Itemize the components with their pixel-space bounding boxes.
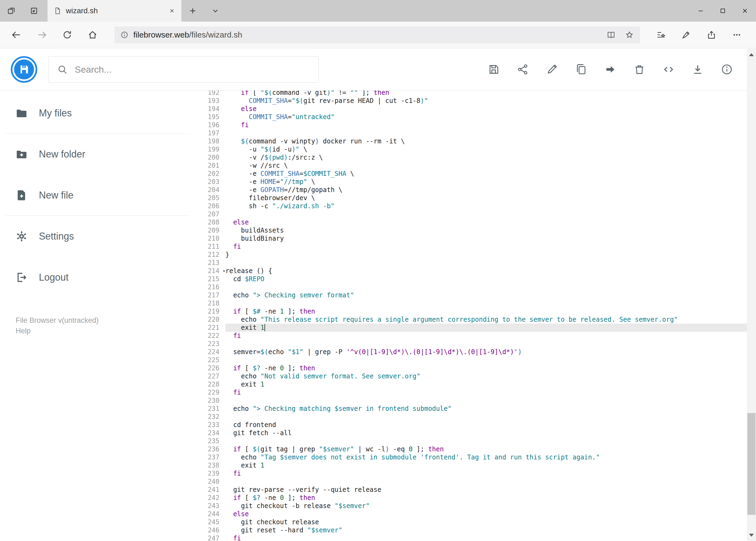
code-line[interactable]: 199 -u "$(id -u)" \: [195, 145, 756, 154]
code-text[interactable]: if [ $? -ne 0 ]; then: [225, 494, 756, 502]
code-text[interactable]: echo "> Checking matching $semver in fro…: [225, 405, 756, 413]
code-line[interactable]: 234 git fetch --all: [195, 429, 756, 437]
code-text[interactable]: buildAssets: [225, 226, 756, 235]
code-line[interactable]: 229 fi: [195, 388, 756, 396]
sidebar-item-my-files[interactable]: My files: [0, 98, 195, 128]
code-text[interactable]: fi: [225, 469, 756, 477]
code-text[interactable]: buildBinary: [225, 235, 756, 243]
forward-icon[interactable]: [29, 25, 55, 45]
code-line[interactable]: 192 if [ "$(command -v git)" != "" ]; th…: [195, 91, 756, 97]
code-text[interactable]: git checkout release: [225, 518, 756, 526]
code-text[interactable]: fi: [225, 332, 756, 340]
code-text[interactable]: -v /$(pwd):/src:z \: [225, 154, 756, 162]
code-text[interactable]: [225, 259, 756, 267]
code-line[interactable]: 233 cd frontend: [195, 421, 756, 429]
code-line[interactable]: 198 $(command -v winpty) docker run --rm…: [195, 137, 756, 145]
code-line[interactable]: 209 buildAssets: [195, 226, 756, 235]
code-line[interactable]: 218: [195, 299, 756, 307]
reading-view-icon[interactable]: [607, 30, 616, 39]
code-line[interactable]: 245 git checkout release: [195, 518, 756, 526]
code-line[interactable]: 219 if [ $# -ne 1 ]; then: [195, 307, 756, 315]
tabs-aside-icon[interactable]: [0, 0, 23, 22]
code-line[interactable]: 242 if [ $? -ne 0 ]; then: [195, 494, 756, 502]
code-text[interactable]: release () {: [225, 267, 756, 275]
code-line[interactable]: 210 buildBinary: [195, 235, 756, 243]
code-line[interactable]: 236 if [ $(git tag | grep "$semver" | wc…: [195, 445, 756, 453]
code-line[interactable]: 202 -e COMMIT_SHA=$COMMIT_SHA \: [195, 170, 756, 178]
code-line[interactable]: 238 exit 1: [195, 461, 756, 469]
code-line[interactable]: 230: [195, 396, 756, 405]
code-line[interactable]: 222 fi: [195, 332, 756, 340]
code-line[interactable]: 246 git reset --hard "$semver": [195, 526, 756, 534]
code-line[interactable]: 235: [195, 437, 756, 445]
code-text[interactable]: [225, 283, 756, 291]
code-line[interactable]: 206 sh -c "./wizard.sh -b": [195, 202, 756, 210]
copy-icon[interactable]: [570, 58, 593, 81]
code-text[interactable]: fi: [225, 388, 756, 396]
code-line[interactable]: 231 echo "> Checking matching $semver in…: [195, 405, 756, 413]
code-text[interactable]: git rev-parse --verify --quiet release: [225, 486, 756, 494]
code-text[interactable]: exit 1: [225, 461, 756, 469]
sidebar-item-logout[interactable]: Logout: [0, 262, 195, 292]
code-text[interactable]: [225, 437, 756, 445]
code-text[interactable]: else: [225, 105, 756, 113]
page-scrollbar[interactable]: [747, 49, 756, 541]
code-text[interactable]: }: [225, 251, 756, 259]
code-line[interactable]: 228 exit 1: [195, 380, 756, 388]
code-line[interactable]: 200 -v /$(pwd):/src:z \: [195, 154, 756, 162]
code-editor[interactable]: 192 if [ "$(command -v git)" != "" ]; th…: [195, 91, 756, 541]
code-line[interactable]: 212}: [195, 251, 756, 259]
code-text[interactable]: else: [225, 510, 756, 518]
code-line[interactable]: 247 fi: [195, 534, 756, 541]
code-line[interactable]: 205 filebrowser/dev \: [195, 194, 756, 202]
fold-arrow-icon[interactable]: ▾: [223, 267, 225, 275]
minimize-icon[interactable]: [690, 0, 712, 22]
set-tabs-aside-icon[interactable]: [23, 0, 45, 22]
code-line[interactable]: 196 fi: [195, 121, 756, 129]
code-text[interactable]: [225, 356, 756, 364]
scroll-down-icon[interactable]: [747, 529, 756, 541]
code-line[interactable]: 201 -w //src \: [195, 162, 756, 170]
code-line[interactable]: 195 COMMIT_SHA="untracked": [195, 113, 756, 121]
search-input[interactable]: [75, 64, 310, 75]
code-text[interactable]: echo "> Checking semver format": [225, 291, 756, 299]
scroll-up-icon[interactable]: [747, 49, 756, 61]
rename-pencil-icon[interactable]: [541, 58, 563, 81]
home-icon[interactable]: [80, 25, 105, 45]
code-text[interactable]: fi: [225, 243, 756, 251]
code-line[interactable]: 208 else: [195, 218, 756, 226]
window-close-icon[interactable]: [734, 0, 756, 22]
search-bar[interactable]: [49, 56, 319, 83]
code-text[interactable]: [225, 129, 756, 137]
code-text[interactable]: -w //src \: [225, 162, 756, 170]
info-icon[interactable]: [715, 58, 738, 81]
move-icon[interactable]: [599, 58, 622, 81]
code-line[interactable]: 203 -e HOME="//tmp" \: [195, 178, 756, 186]
code-text[interactable]: else: [225, 218, 756, 226]
code-line[interactable]: 215 cd $REPO: [195, 275, 756, 283]
code-text[interactable]: git reset --hard "$semver": [225, 526, 756, 534]
code-text[interactable]: exit 1: [225, 323, 756, 332]
code-text[interactable]: COMMIT_SHA="$(git rev-parse HEAD | cut -…: [225, 97, 756, 105]
code-line[interactable]: 213: [195, 259, 756, 267]
code-text[interactable]: cd frontend: [225, 421, 756, 429]
favorite-star-icon[interactable]: [625, 30, 634, 39]
code-line[interactable]: 193 COMMIT_SHA="$(git rev-parse HEAD | c…: [195, 97, 756, 105]
code-line[interactable]: 237 echo "Tag $semver does not exist in …: [195, 453, 756, 461]
scrollbar-thumb[interactable]: [747, 413, 755, 515]
address-bar[interactable]: filebrowser.web/files/wizard.sh: [115, 26, 640, 43]
code-text[interactable]: echo "Not valid semver format. See semve…: [225, 372, 756, 380]
code-text[interactable]: if [ "$(command -v git)" != "" ]; then: [225, 91, 756, 97]
code-line[interactable]: 240: [195, 477, 756, 486]
code-line[interactable]: 224 semver=$(echo "$1" | grep -P '^v(0|[…: [195, 348, 756, 356]
code-line[interactable]: 244 else: [195, 510, 756, 518]
code-text[interactable]: echo "Tag $semver does not exist in subm…: [225, 453, 756, 461]
code-text[interactable]: COMMIT_SHA="untracked": [225, 113, 756, 121]
sidebar-item-settings[interactable]: Settings: [0, 221, 195, 252]
code-line[interactable]: 221 exit 1: [195, 323, 756, 332]
code-text[interactable]: [225, 299, 756, 307]
code-text[interactable]: [225, 340, 756, 348]
save-icon[interactable]: [482, 58, 505, 81]
code-line[interactable]: 232: [195, 413, 756, 421]
code-line[interactable]: 211 fi: [195, 243, 756, 251]
